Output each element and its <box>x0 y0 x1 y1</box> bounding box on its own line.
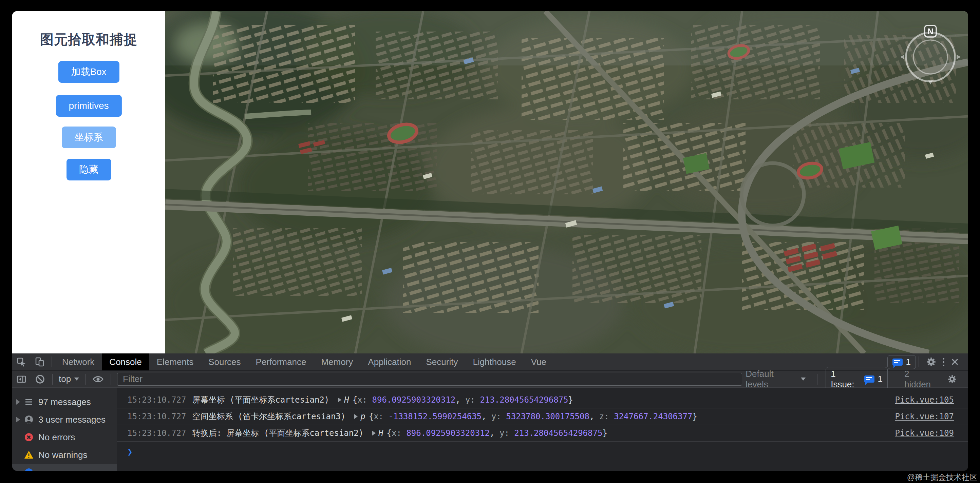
chevron-down-icon <box>74 378 79 381</box>
source-link[interactable]: Pick.vue:105 <box>895 395 954 405</box>
divider <box>85 374 86 384</box>
live-expression-eye-icon[interactable] <box>88 371 108 388</box>
message-timestamp: 15:23:10.727 <box>127 428 186 438</box>
filter-input[interactable] <box>118 374 742 384</box>
list-icon <box>24 397 33 407</box>
warning-icon <box>24 450 33 459</box>
issues-icon <box>892 359 903 365</box>
message-timestamp: 15:23:10.727 <box>127 395 186 405</box>
sidebar-item-label: 3 user messages <box>38 415 105 425</box>
object-expander-icon[interactable] <box>338 397 341 402</box>
coordinate-system-button[interactable]: 坐标系 <box>62 127 116 148</box>
message-text: 屏幕坐标 (平面坐标系cartesian2) <box>192 394 329 405</box>
tab-network[interactable]: Network <box>55 353 102 370</box>
console-body: 97 messages 3 user messages <box>12 388 968 471</box>
inspect-element-icon[interactable] <box>12 353 30 370</box>
console-message-row: 15:23:10.727 转换后: 屏幕坐标 (平面坐标系cartesian2)… <box>117 425 968 442</box>
console-prompt-row[interactable]: ❯ <box>117 442 968 462</box>
object-preview[interactable]: x-1338152.5990254635y5323780.300175508z3… <box>369 412 697 421</box>
sidebar-item-label: 97 messages <box>38 397 91 407</box>
tab-sources[interactable]: Sources <box>201 353 248 370</box>
compass-north-label: N <box>928 27 934 36</box>
cesium-map-viewport[interactable]: N <box>165 11 968 353</box>
devtools-panel: Network Console Elements Sources Perform… <box>12 353 968 471</box>
message-text: 空间坐标系 (笛卡尔坐标系cartesian3) <box>192 411 345 422</box>
browser-content: 图元拾取和捕捉 加载Box primitives 坐标系 隐藏 <box>12 11 968 471</box>
user-icon <box>24 415 33 424</box>
chevron-down-icon <box>801 378 806 381</box>
tab-performance[interactable]: Performance <box>248 353 314 370</box>
primitives-button[interactable]: primitives <box>56 95 121 117</box>
screenshot-stage: 图元拾取和捕捉 加载Box primitives 坐标系 隐藏 <box>0 0 980 483</box>
object-class-name: H <box>344 395 349 405</box>
divider <box>896 374 896 384</box>
device-toolbar-icon[interactable] <box>30 353 49 370</box>
context-selector[interactable]: top <box>55 374 83 384</box>
clear-console-icon[interactable] <box>30 371 49 388</box>
object-class-name: p <box>360 412 365 421</box>
tab-security[interactable]: Security <box>419 353 466 370</box>
tab-elements[interactable]: Elements <box>149 353 201 370</box>
context-value: top <box>59 374 71 384</box>
divider <box>111 374 111 384</box>
issue-label: 1 Issue: <box>831 369 861 390</box>
issues-count: 1 <box>906 357 911 367</box>
watermark-label: @稀土掘金技术社区 <box>907 472 977 483</box>
sidebar-item-user-messages[interactable]: 3 user messages <box>12 411 117 428</box>
object-expander-icon[interactable] <box>372 431 375 435</box>
sidebar-item-info[interactable] <box>12 464 117 471</box>
filter-input-box <box>117 373 742 386</box>
console-toolbar: top Default levels <box>12 371 968 388</box>
console-sidebar: 97 messages 3 user messages <box>12 388 117 471</box>
divider <box>52 374 52 384</box>
tab-lighthouse[interactable]: Lighthouse <box>465 353 523 370</box>
web-page: 图元拾取和捕捉 加载Box primitives 坐标系 隐藏 <box>12 11 968 353</box>
more-options-icon[interactable] <box>941 358 947 366</box>
object-expander-icon[interactable] <box>354 414 358 419</box>
sidebar-item-label: No warnings <box>38 450 88 460</box>
object-class-name: H <box>379 428 383 438</box>
hidden-messages-label: 2 hidden <box>904 369 938 390</box>
log-levels-dropdown[interactable]: Default levels <box>742 369 809 390</box>
sidebar-item-errors[interactable]: No errors <box>12 428 117 446</box>
issues-icon <box>864 375 874 383</box>
tab-console[interactable]: Console <box>102 353 149 370</box>
console-message-row: 15:23:10.727 屏幕坐标 (平面坐标系cartesian2) H x8… <box>117 392 968 408</box>
sidebar-item-warnings[interactable]: No warnings <box>12 446 117 464</box>
sidebar-item-all-messages[interactable]: 97 messages <box>12 393 117 411</box>
error-icon <box>24 432 33 442</box>
console-message-row: 15:23:10.727 空间坐标系 (笛卡尔坐标系cartesian3) p … <box>117 408 968 425</box>
source-link[interactable]: Pick.vue:107 <box>895 412 954 421</box>
expander-icon[interactable] <box>16 399 20 405</box>
divider <box>817 374 818 384</box>
console-prompt-icon: ❯ <box>127 447 133 457</box>
page-title: 图元拾取和捕捉 <box>12 30 165 49</box>
hide-button[interactable]: 隐藏 <box>67 159 111 180</box>
info-icon <box>24 468 33 471</box>
message-timestamp: 15:23:10.727 <box>127 412 186 421</box>
console-messages: 15:23:10.727 屏幕坐标 (平面坐标系cartesian2) H x8… <box>117 388 968 471</box>
object-preview[interactable]: x896.0925903320312y213.28045654296875 <box>387 428 608 438</box>
tab-memory[interactable]: Memory <box>313 353 360 370</box>
issue-count: 1 <box>878 374 883 384</box>
tab-vue[interactable]: Vue <box>523 353 554 370</box>
sidebar-item-label: No errors <box>38 432 75 443</box>
tab-application[interactable]: Application <box>360 353 418 370</box>
load-box-button[interactable]: 加载Box <box>58 61 119 83</box>
control-panel: 图元拾取和捕捉 加载Box primitives 坐标系 隐藏 <box>12 11 165 353</box>
log-levels-value: Default levels <box>746 369 797 390</box>
console-sidebar-toggle-icon[interactable] <box>12 371 30 388</box>
message-text: 转换后: 屏幕坐标 (平面坐标系cartesian2) <box>192 428 363 439</box>
satellite-imagery: N <box>165 11 968 353</box>
expander-icon[interactable] <box>16 417 20 422</box>
source-link[interactable]: Pick.vue:109 <box>895 428 954 438</box>
console-settings-gear-icon[interactable] <box>943 371 961 388</box>
object-preview[interactable]: x896.0925903320312y213.28045654296875 <box>353 395 573 405</box>
